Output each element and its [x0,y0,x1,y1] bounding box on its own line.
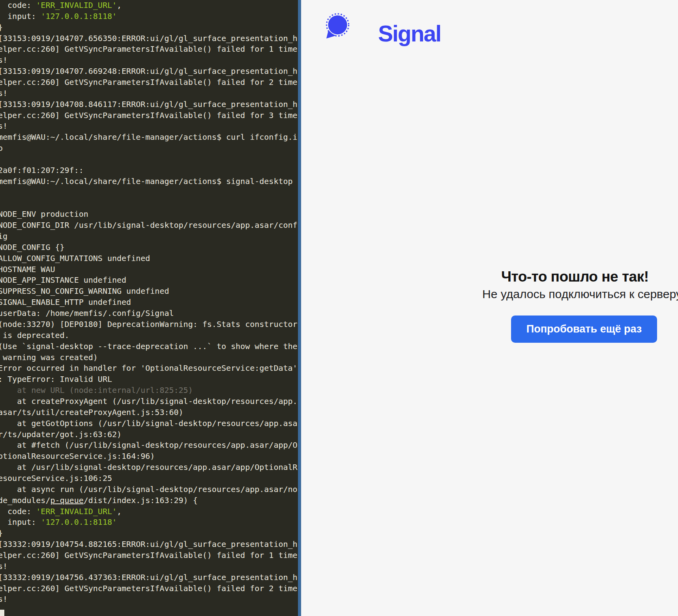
terminal-line: at async run (/usr/lib/signal-desktop/re… [0,484,298,495]
terminal-line: 2a0f:f01:207:29f:: [0,165,298,176]
retry-button-label: Попробовать ещё раз [526,323,642,335]
terminal-line [0,154,298,165]
terminal-line: elper.cc:260] GetVSyncParametersIfAvaila… [0,110,298,121]
terminal-line: NODE_CONFIG {} [0,242,298,253]
terminal-line: } [0,528,298,539]
signal-logo-icon [325,13,350,39]
terminal-line: elper.cc:260] GetVSyncParametersIfAvaila… [0,583,298,594]
terminal-line: at #fetch (/usr/lib/signal-desktop/resou… [0,440,298,451]
terminal-line: [33153:0919/104708.846117:ERROR:ui/gl/gl… [0,99,298,110]
terminal-line [0,187,298,198]
terminal-line: input: '127.0.0.1:8118' [0,11,298,22]
terminal-output: code: 'ERR_INVALID_URL', input: '127.0.0… [0,0,298,605]
terminal-line: at /usr/lib/signal-desktop/resources/app… [0,462,298,473]
terminal-line: input: '127.0.0.1:8118' [0,517,298,528]
terminal-line: userData: /home/memfis/.config/Signal [0,308,298,319]
terminal-line: } [0,22,298,33]
terminal-line: at getGotOptions (/usr/lib/signal-deskto… [0,418,298,429]
terminal-line: (Use `signal-desktop --trace-deprecation… [0,341,298,352]
terminal-line: o [0,143,298,154]
signal-logo: Signal [325,12,420,39]
terminal-line: s! [0,561,298,572]
retry-button[interactable]: Попробовать ещё раз [511,316,657,343]
terminal-line: warning was created) [0,352,298,363]
error-subtitle: Не удалось подключиться к серверу [482,287,678,301]
terminal-line: elper.cc:260] GetVSyncParametersIfAvaila… [0,550,298,561]
terminal-line: elper.cc:260] GetVSyncParametersIfAvaila… [0,77,298,88]
terminal-line: s! [0,594,298,605]
terminal-line: SIGNAL_ENABLE_HTTP undefined [0,297,298,308]
terminal-line: is deprecated. [0,330,298,341]
terminal-line: code: 'ERR_INVALID_URL', [0,506,298,517]
terminal-line: code: 'ERR_INVALID_URL', [0,0,298,11]
terminal-line: s! [0,88,298,99]
terminal-line: [33332:0919/104754.882165:ERROR:ui/gl/gl… [0,539,298,550]
terminal-line: r/ts/updater/got.js:63:62) [0,429,298,440]
terminal-line: de_modules/p-queue/dist/index.js:163:29)… [0,495,298,506]
terminal-line: [33153:0919/104707.656350:ERROR:ui/gl/gl… [0,33,298,44]
terminal-line: (node:33270) [DEP0180] DeprecationWarnin… [0,319,298,330]
terminal-line: at new URL (node:internal/url:825:25) [0,385,298,396]
terminal-line: SUPPRESS_NO_CONFIG_WARNING undefined [0,286,298,297]
signal-window: Signal Что-то пошло не так! Не удалось п… [301,0,678,616]
terminal-line: ig [0,231,298,242]
terminal-line [0,198,298,209]
terminal-line: HOSTNAME WAU [0,264,298,275]
terminal-line: Error occurred in handler for 'OptionalR… [0,363,298,374]
terminal-line: at createProxyAgent (/usr/lib/signal-des… [0,396,298,407]
terminal-line: asar/ts/util/createProxyAgent.js:53:60) [0,407,298,418]
terminal-line: ptionalResourceService.js:164:96) [0,451,298,462]
terminal-line: s! [0,55,298,66]
terminal-line: NODE_ENV production [0,209,298,220]
terminal-line: esourceService.js:106:25 [0,473,298,484]
terminal-line: NODE_CONFIG_DIR /usr/lib/signal-desktop/… [0,220,298,231]
terminal-line: memfis@WAU:~/.local/share/file-manager/a… [0,176,298,187]
terminal-window[interactable]: code: 'ERR_INVALID_URL', input: '127.0.0… [0,0,298,616]
terminal-line: [33153:0919/104707.669248:ERROR:ui/gl/gl… [0,66,298,77]
error-title: Что-то пошло не так! [501,269,649,285]
terminal-line: elper.cc:260] GetVSyncParametersIfAvaila… [0,44,298,55]
terminal-line: s! [0,121,298,132]
terminal-line: [33332:0919/104756.437363:ERROR:ui/gl/gl… [0,572,298,583]
terminal-line: ALLOW_CONFIG_MUTATIONS undefined [0,253,298,264]
signal-logo-wordmark: Signal [378,23,441,45]
terminal-line: memfis@WAU:~/.local/share/file-manager/a… [0,132,298,143]
terminal-window-border [298,0,301,616]
terminal-line: : TypeError: Invalid URL [0,374,298,385]
terminal-line: NODE_APP_INSTANCE undefined [0,275,298,286]
terminal-cursor [0,610,4,616]
